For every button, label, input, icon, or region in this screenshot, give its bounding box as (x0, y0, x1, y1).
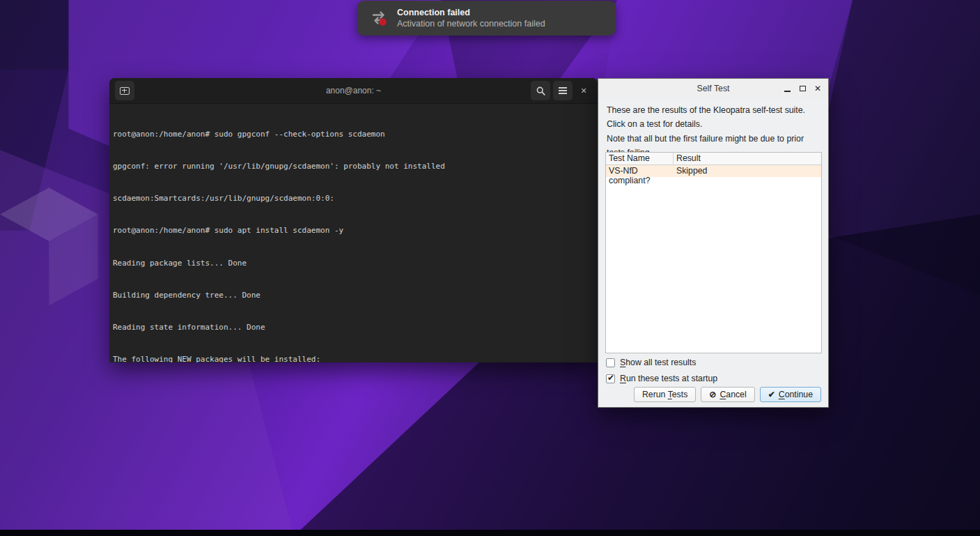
minimize-icon (784, 91, 791, 92)
search-icon (536, 86, 546, 96)
terminal-title: anon@anon: ~ (109, 86, 598, 95)
terminal-line: scdaemon:Smartcards:/usr/lib/gnupg/scdae… (113, 193, 598, 204)
search-button[interactable] (531, 81, 550, 100)
terminal-line: gpgconf: error running '/usr/lib/gnupg/s… (113, 161, 598, 171)
notification-message: Activation of network connection failed (397, 19, 545, 29)
checkbox-checked[interactable]: ✔ (606, 374, 615, 383)
table-row[interactable]: VS-NfD compliant? Skipped (606, 165, 821, 177)
cell-test-name: VS-NfD compliant? (606, 165, 674, 177)
terminal-close-button[interactable]: ✕ (575, 82, 592, 99)
dialog-titlebar[interactable]: Self Test ✕ (598, 79, 828, 98)
checkmark-icon: ✔ (607, 373, 614, 383)
close-icon: ✕ (580, 86, 586, 95)
checkbox-label: Run these tests at startup (620, 374, 717, 383)
dialog-title: Self Test (697, 84, 730, 93)
maximize-button[interactable] (798, 84, 807, 93)
maximize-icon (800, 86, 806, 91)
self-test-results-table: Test Name Result VS-NfD compliant? Skipp… (605, 152, 822, 353)
terminal-line: Reading state information... Done (113, 322, 598, 332)
terminal-line: root@anon:/home/anon# sudo gpgconf --che… (113, 129, 598, 139)
check-icon: ✔ (768, 390, 775, 399)
table-header-row: Test Name Result (606, 153, 821, 165)
terminal-screen[interactable]: root@anon:/home/anon# sudo gpgconf --che… (109, 104, 598, 362)
notification-toast[interactable]: Connection failed Activation of network … (357, 1, 616, 36)
new-tab-button[interactable] (115, 81, 134, 100)
minimize-button[interactable] (783, 84, 791, 93)
cancel-icon: ⊘ (709, 390, 716, 399)
show-all-results-checkbox[interactable]: Show all test results (606, 358, 696, 367)
button-label: Continue (779, 390, 813, 399)
terminal-line: The following NEW packages will be insta… (113, 354, 598, 362)
new-tab-icon (120, 87, 130, 95)
cancel-button[interactable]: ⊘ Cancel (701, 387, 754, 402)
close-icon: ✕ (814, 84, 821, 93)
rerun-tests-button[interactable]: Rerun Tests (634, 387, 696, 402)
continue-button[interactable]: ✔ Continue (760, 387, 821, 402)
terminal-line: Building dependency tree... Done (113, 290, 598, 300)
dialog-intro-text: These are the results of the Kleopatra s… (607, 104, 821, 131)
notification-title: Connection failed (397, 8, 545, 17)
terminal-window: anon@anon: ~ ✕ root@anon:/home/anon# sud… (109, 78, 598, 362)
terminal-line: Reading package lists... Done (113, 258, 598, 268)
cell-result: Skipped (674, 165, 710, 177)
column-header-test-name[interactable]: Test Name (606, 153, 674, 164)
button-label: Cancel (720, 390, 746, 399)
column-header-result[interactable]: Result (674, 153, 703, 164)
checkbox-label: Show all test results (620, 358, 696, 367)
terminal-line: root@anon:/home/anon# sudo apt install s… (113, 225, 598, 236)
dialog-close-button[interactable]: ✕ (814, 84, 822, 93)
button-label: Rerun Tests (642, 390, 687, 399)
dialog-button-row: Rerun Tests ⊘ Cancel ✔ Continue (634, 387, 821, 402)
self-test-dialog: Self Test ✕ These are the results of the… (598, 78, 829, 408)
checkbox-unchecked[interactable] (606, 358, 615, 367)
hamburger-menu-icon (559, 87, 567, 94)
screen-bottom-bar (0, 530, 980, 536)
network-transmit-receive-error-icon (371, 9, 389, 27)
run-tests-at-startup-checkbox[interactable]: ✔ Run these tests at startup (606, 374, 717, 383)
terminal-titlebar[interactable]: anon@anon: ~ ✕ (109, 78, 598, 104)
menu-button[interactable] (553, 81, 573, 100)
